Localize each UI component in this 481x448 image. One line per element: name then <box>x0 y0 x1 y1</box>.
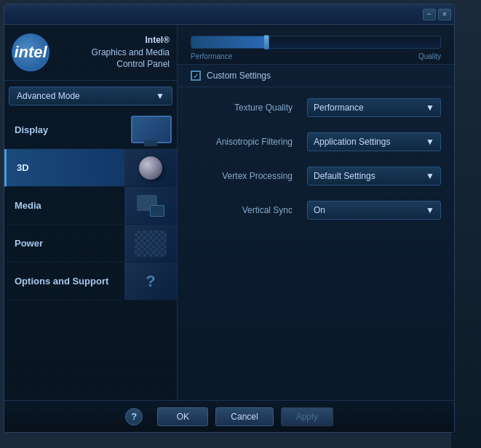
options-thumbnail: ? <box>124 263 177 300</box>
texture-quality-label: Texture Quality <box>191 103 307 113</box>
logo-line2: Graphics and Media <box>57 47 170 59</box>
content-area: intel Intel® Graphics and Media Control … <box>4 25 454 432</box>
vertex-processing-value: Default Settings <box>314 171 375 181</box>
slider-area: Performance Quality <box>178 25 454 65</box>
mode-selector[interactable]: Advanced Mode ▼ <box>9 87 172 105</box>
vertical-sync-value: On <box>314 205 325 215</box>
sidebar-item-power[interactable]: Power <box>4 225 177 263</box>
intel-logo: intel <box>12 33 49 71</box>
anisotropic-filtering-value: Application Settings <box>314 137 390 147</box>
logo-text: Intel® Graphics and Media Control Panel <box>57 34 170 71</box>
slider-fill <box>191 36 266 48</box>
sidebar-item-media[interactable]: Media <box>4 187 177 225</box>
anisotropic-filtering-dropdown[interactable]: Application Settings ▼ <box>307 132 441 151</box>
main-window: − × intel Intel® Graphics and Media Cont… <box>4 4 455 433</box>
slider-labels: Performance Quality <box>191 52 441 60</box>
custom-settings-label: Custom Settings <box>207 71 271 81</box>
texture-quality-row: Texture Quality Performance ▼ <box>178 91 454 125</box>
anisotropic-filtering-label: Anisotropic Filtering <box>191 137 307 147</box>
sidebar-item-3d-label: 3D <box>7 162 124 173</box>
sidebar-item-display[interactable]: Display <box>4 111 177 149</box>
slider-thumb[interactable] <box>263 35 269 49</box>
vertex-processing-label: Vertex Processing <box>191 171 307 181</box>
ok-button[interactable]: OK <box>157 407 208 426</box>
close-button[interactable]: × <box>438 9 451 20</box>
anisotropic-filtering-row: Anisotropic Filtering Application Settin… <box>178 125 454 159</box>
texture-quality-arrow-icon: ▼ <box>426 103 434 113</box>
sidebar-item-display-label: Display <box>4 124 124 135</box>
custom-settings-checkbox[interactable] <box>191 71 201 81</box>
media-thumb-bg <box>124 187 177 225</box>
slider-track[interactable] <box>191 36 441 49</box>
sidebar-item-media-label: Media <box>4 200 124 211</box>
anisotropic-filtering-arrow-icon: ▼ <box>426 137 434 147</box>
display-thumbnail <box>124 111 177 149</box>
logo-area: intel Intel® Graphics and Media Control … <box>4 25 177 81</box>
action-bar: ? OK Cancel Apply <box>4 400 454 432</box>
texture-quality-dropdown[interactable]: Performance ▼ <box>307 98 441 117</box>
minimize-button[interactable]: − <box>423 9 436 20</box>
checker-icon <box>135 231 167 257</box>
slider-quality-label: Quality <box>418 52 441 60</box>
help-button[interactable]: ? <box>125 408 143 425</box>
main-panel: Performance Quality Custom Settings Text… <box>178 25 454 432</box>
cancel-button[interactable]: Cancel <box>215 407 273 426</box>
right-strip <box>451 0 481 448</box>
display-icon <box>128 114 173 146</box>
logo-line1: Intel® <box>57 34 170 47</box>
media-thumbnail <box>124 187 177 225</box>
vertical-sync-label: Vertical Sync <box>191 205 307 215</box>
vertical-sync-row: Vertical Sync On ▼ <box>178 193 454 228</box>
sphere-icon <box>139 156 162 180</box>
vertex-processing-arrow-icon: ▼ <box>426 171 434 181</box>
slider-performance-label: Performance <box>191 52 232 60</box>
mode-label: Advanced Mode <box>17 91 80 101</box>
logo-line3: Control Panel <box>57 58 170 71</box>
power-thumb-bg <box>124 225 177 263</box>
question-mark-icon: ? <box>146 272 155 291</box>
power-thumbnail <box>124 225 177 263</box>
sidebar-item-power-label: Power <box>4 238 124 249</box>
vertical-sync-arrow-icon: ▼ <box>426 205 434 215</box>
media-icon <box>135 193 167 219</box>
vertex-processing-dropdown[interactable]: Default Settings ▼ <box>307 167 441 185</box>
sidebar-item-options-label: Options and Support <box>4 276 124 287</box>
settings-area: Texture Quality Performance ▼ Anisotropi… <box>178 87 454 404</box>
sidebar-item-options[interactable]: Options and Support ? <box>4 263 177 300</box>
options-thumb-bg: ? <box>124 263 177 300</box>
custom-settings-row[interactable]: Custom Settings <box>178 65 454 87</box>
vertical-sync-dropdown[interactable]: On ▼ <box>307 201 441 220</box>
3d-thumb-bg <box>124 149 177 187</box>
title-bar: − × <box>4 4 454 25</box>
mode-arrow-icon: ▼ <box>156 91 164 101</box>
slider-container <box>191 36 441 49</box>
vertex-processing-row: Vertex Processing Default Settings ▼ <box>178 159 454 193</box>
sidebar: intel Intel® Graphics and Media Control … <box>4 25 178 432</box>
texture-quality-value: Performance <box>314 103 364 113</box>
3d-thumbnail <box>124 149 177 187</box>
main-panel-inner: Performance Quality Custom Settings Text… <box>178 25 454 432</box>
apply-button[interactable]: Apply <box>281 407 333 426</box>
sidebar-item-3d[interactable]: 3D <box>4 149 177 187</box>
